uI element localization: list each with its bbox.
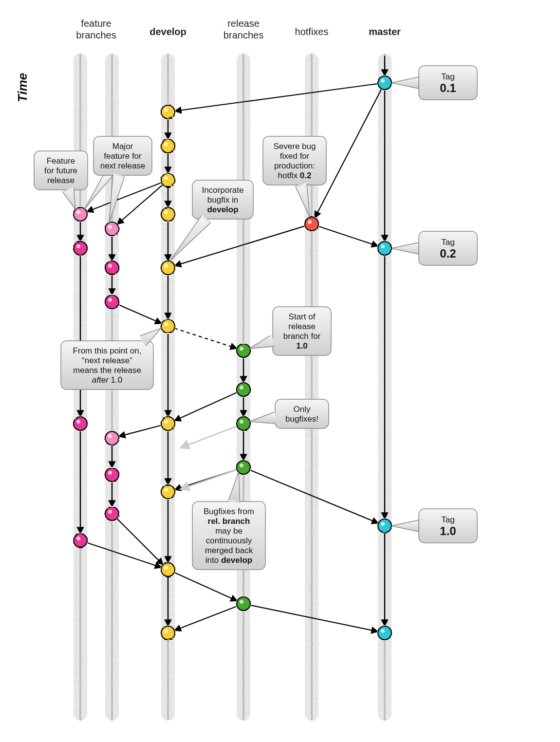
svg-text:branch for: branch for (283, 332, 321, 341)
svg-text:production:: production: (274, 161, 315, 170)
commit-m1 (377, 75, 392, 91)
svg-point-105 (381, 629, 385, 633)
svg-point-33 (76, 210, 80, 214)
lane-label-feature_a: feature (81, 18, 111, 29)
svg-text:bugfixes!: bugfixes! (285, 414, 318, 424)
svg-point-29 (161, 207, 175, 221)
svg-point-96 (164, 566, 168, 570)
svg-text:next release: next release (100, 161, 146, 170)
lane-labels: featurebranchesdevelopreleasebrancheshot… (76, 18, 401, 40)
commit-r3 (236, 416, 251, 431)
svg-point-86 (105, 507, 119, 520)
edge (87, 542, 161, 567)
lane-label-hotfix: hotfixes (295, 26, 329, 37)
svg-point-92 (378, 519, 392, 533)
callouts: Featurefor futurereleaseMajorfeature for… (34, 66, 477, 570)
svg-point-101 (161, 626, 175, 640)
commit-d5 (160, 260, 176, 276)
commit-m2 (377, 241, 392, 256)
commit-r1 (236, 343, 251, 358)
svg-text:Incorporate: Incorporate (202, 186, 244, 195)
svg-point-47 (305, 217, 318, 231)
svg-text:hotfix 0.2: hotfix 0.2 (278, 171, 312, 180)
svg-text:Start of: Start of (289, 312, 316, 321)
svg-text:release: release (47, 176, 75, 185)
svg-text:feature for: feature for (104, 151, 142, 161)
svg-text:Bugfixes from: Bugfixes from (204, 507, 254, 516)
commit-d8 (160, 484, 176, 500)
commit-fb5 (104, 467, 120, 482)
gitflow-diagram: Time featurebranchesdevelopreleasebranch… (0, 0, 560, 742)
svg-point-53 (161, 261, 175, 275)
svg-text:Tag: Tag (441, 238, 454, 247)
svg-text:Feature: Feature (47, 156, 75, 166)
svg-rect-133 (275, 399, 329, 428)
edge (174, 328, 237, 348)
svg-point-35 (74, 241, 87, 255)
commit-d7 (160, 416, 176, 431)
callout-bugfixes_merged: Bugfixes fromrel. branchmay becontinuous… (192, 472, 265, 570)
svg-point-44 (105, 295, 119, 309)
svg-point-21 (164, 108, 168, 112)
svg-point-17 (378, 76, 392, 90)
commit-m4 (377, 625, 392, 641)
edge (180, 426, 237, 448)
commit-d2 (160, 138, 176, 154)
commit-d9 (160, 562, 176, 577)
svg-point-69 (240, 464, 243, 467)
svg-text:into develop: into develop (205, 556, 252, 565)
commit-fb2 (104, 260, 120, 276)
callout-only_bugfixes: Onlybugfixes! (249, 399, 329, 428)
svg-point-102 (164, 629, 168, 633)
svg-text:fixed for: fixed for (280, 151, 310, 161)
svg-text:means the release: means the release (73, 366, 141, 375)
svg-text:release: release (288, 322, 316, 331)
commit-fb4 (104, 430, 120, 446)
commit-fa3 (73, 416, 88, 431)
tag-callout-t02: Tag0.2 (392, 231, 477, 265)
svg-text:continuously: continuously (206, 536, 252, 545)
svg-point-30 (164, 210, 168, 214)
svg-point-84 (108, 471, 112, 475)
svg-text:may be: may be (215, 526, 243, 536)
commit-d6 (160, 318, 176, 334)
svg-point-93 (381, 522, 385, 526)
commit-m3 (377, 518, 392, 534)
svg-point-74 (161, 485, 175, 499)
svg-text:0.1: 0.1 (440, 81, 456, 94)
svg-point-59 (237, 344, 250, 357)
svg-point-78 (76, 420, 80, 424)
edge (174, 573, 237, 601)
svg-point-80 (105, 431, 119, 445)
svg-text:develop: develop (207, 205, 238, 214)
edge (180, 470, 237, 489)
svg-point-38 (105, 222, 119, 236)
svg-point-26 (161, 173, 175, 187)
lane-label-master: master (369, 26, 401, 37)
svg-text:1.0: 1.0 (296, 341, 308, 351)
commit-h1 (304, 216, 319, 232)
svg-point-18 (381, 79, 385, 83)
svg-point-60 (240, 347, 243, 351)
time-axis: Time (15, 63, 42, 579)
commit-fa4 (73, 533, 88, 548)
tag-callout-t10: Tag1.0 (392, 509, 477, 543)
svg-text:Tag: Tag (441, 515, 454, 524)
lane-label-release: release (227, 18, 260, 29)
svg-point-50 (378, 241, 392, 255)
callout-start_release: Start ofreleasebranch for1.0 (249, 307, 331, 355)
svg-point-65 (237, 417, 250, 430)
edge (174, 606, 237, 631)
svg-point-20 (161, 105, 175, 119)
svg-point-89 (74, 534, 87, 547)
tag-callout-t01: Tag0.1 (392, 66, 477, 100)
svg-point-95 (161, 563, 175, 576)
svg-point-51 (381, 244, 385, 248)
edge (119, 426, 162, 437)
svg-point-42 (108, 264, 112, 268)
svg-text:Tag: Tag (441, 72, 454, 81)
svg-point-56 (161, 319, 175, 333)
commit-fb6 (104, 506, 120, 521)
svg-point-39 (108, 225, 112, 229)
svg-point-81 (108, 434, 112, 438)
